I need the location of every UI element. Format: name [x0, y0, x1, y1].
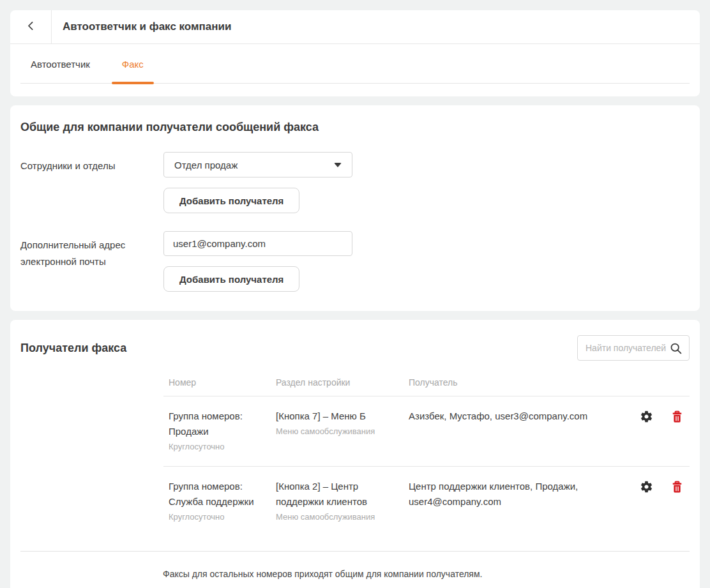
- recipient-text: Центр поддержки клиентов, Продажи, user4…: [409, 479, 622, 509]
- cell-number: Группа номеров: Продажи Круглосуточно: [169, 409, 276, 455]
- page-title: Автоответчик и факс компании: [52, 10, 232, 43]
- chevron-down-icon: [334, 163, 342, 167]
- fax-recipients-card: Получатели факса Номер Раздел настройки …: [10, 320, 700, 588]
- search-input[interactable]: [585, 343, 667, 353]
- title-bar: Автоответчик и факс компании: [10, 10, 700, 44]
- row-actions: [640, 409, 690, 455]
- section-text: [Кнопка 7] – Меню Б: [276, 409, 393, 424]
- page: Автоответчик и факс компании Автоответчи…: [0, 0, 710, 588]
- section-note: Меню самообслуживания: [276, 509, 393, 525]
- table-header: Номер Раздел настройки Получатель: [163, 377, 690, 396]
- general-recipients-card: Общие для компании получатели сообщений …: [10, 105, 700, 311]
- section-text: [Кнопка 2] – Центр поддержки клиентов: [276, 479, 393, 509]
- tab-autoresponder[interactable]: Автоответчик: [20, 59, 100, 83]
- staff-select[interactable]: Отдел продаж: [163, 152, 352, 177]
- gear-icon[interactable]: [640, 480, 653, 494]
- row-actions: [640, 479, 690, 525]
- cell-recipient: Центр поддержки клиентов, Продажи, user4…: [409, 479, 632, 525]
- cell-section: [Кнопка 2] – Центр поддержки клиентов Ме…: [276, 479, 409, 525]
- footer-note: Факсы для остальных номеров приходят общ…: [20, 552, 690, 588]
- staff-controls: Отдел продаж Добавить получателя: [163, 152, 352, 213]
- number-text: Группа номеров: Служба поддержки: [169, 479, 263, 509]
- cell-section: [Кнопка 7] – Меню Б Меню самообслуживани…: [276, 409, 409, 455]
- spacer: [10, 84, 700, 96]
- staff-form-row: Сотрудники и отделы Отдел продаж Добавит…: [20, 152, 690, 213]
- section-note: Меню самообслуживания: [276, 424, 393, 439]
- cell-number: Группа номеров: Служба поддержки Круглос…: [169, 479, 276, 525]
- number-note: Круглосуточно: [169, 439, 263, 455]
- tab-fax[interactable]: Факс: [112, 59, 154, 83]
- email-label: Дополнительный адрес электронной почты: [20, 231, 163, 292]
- number-note: Круглосуточно: [169, 509, 263, 525]
- table-row: Группа номеров: Служба поддержки Круглос…: [163, 466, 690, 536]
- recipients-header: Получатели факса: [20, 335, 690, 361]
- add-staff-recipient-button[interactable]: Добавить получателя: [163, 188, 299, 213]
- trash-icon[interactable]: [671, 410, 683, 423]
- cell-recipient: Азизбек, Мустафо, user3@company.com: [409, 409, 632, 455]
- header-card: Автоответчик и факс компании Автоответчи…: [10, 10, 700, 96]
- back-button[interactable]: [10, 10, 52, 43]
- section-title-general: Общие для компании получатели сообщений …: [20, 121, 690, 134]
- table-row: Группа номеров: Продажи Круглосуточно [К…: [163, 396, 690, 466]
- chevron-left-icon: [26, 20, 36, 34]
- recipient-text: Азизбек, Мустафо, user3@company.com: [409, 409, 622, 424]
- add-email-recipient-button[interactable]: Добавить получателя: [163, 266, 299, 292]
- email-field[interactable]: [163, 231, 352, 256]
- tab-bar: Автоответчик Факс: [20, 44, 690, 84]
- recipients-search: [577, 335, 690, 361]
- trash-icon[interactable]: [671, 480, 683, 494]
- email-controls: Добавить получателя: [163, 231, 352, 292]
- search-icon[interactable]: [669, 342, 683, 355]
- column-header-section: Раздел настройки: [276, 377, 409, 388]
- gear-icon[interactable]: [640, 410, 653, 423]
- number-text: Группа номеров: Продажи: [169, 409, 263, 439]
- staff-select-value: Отдел продаж: [174, 160, 238, 170]
- recipients-table: Номер Раздел настройки Получатель Группа…: [163, 377, 690, 536]
- staff-label: Сотрудники и отделы: [20, 152, 163, 213]
- column-header-number: Номер: [169, 377, 276, 388]
- email-form-row: Дополнительный адрес электронной почты Д…: [20, 231, 690, 292]
- column-header-recipient: Получатель: [409, 377, 632, 388]
- section-title-recipients: Получатели факса: [20, 342, 126, 355]
